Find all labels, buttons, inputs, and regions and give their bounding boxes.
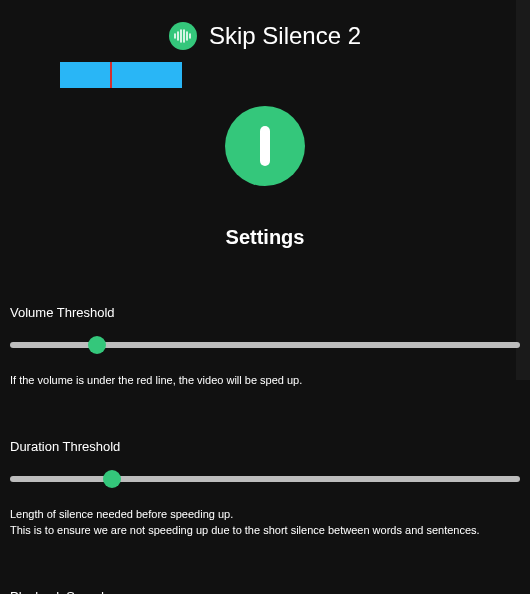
toggle-button[interactable] bbox=[225, 106, 305, 186]
volume-threshold-label: Volume Threshold bbox=[10, 305, 520, 320]
slider-thumb[interactable] bbox=[103, 470, 121, 488]
volume-threshold-slider[interactable] bbox=[10, 336, 520, 354]
settings-heading: Settings bbox=[0, 226, 530, 249]
helper-line-2: This is to ensure we are not speeding up… bbox=[10, 524, 480, 536]
volume-threshold-section: Volume Threshold If the volume is under … bbox=[0, 305, 530, 389]
vu-meter-bar bbox=[60, 62, 182, 88]
pause-bar-icon bbox=[260, 126, 270, 166]
slider-track bbox=[10, 476, 520, 482]
slider-track bbox=[10, 342, 520, 348]
playback-speed-section: Playback Speed bbox=[0, 589, 530, 595]
scrollbar-track[interactable] bbox=[516, 0, 530, 380]
slider-thumb[interactable] bbox=[88, 336, 106, 354]
helper-line-1: Length of silence needed before speeding… bbox=[10, 508, 233, 520]
vu-meter bbox=[60, 62, 182, 88]
duration-threshold-label: Duration Threshold bbox=[10, 439, 520, 454]
app-title: Skip Silence 2 bbox=[209, 22, 361, 50]
header: Skip Silence 2 bbox=[0, 0, 530, 58]
volume-threshold-helper: If the volume is under the red line, the… bbox=[10, 372, 520, 389]
playback-speed-label: Playback Speed bbox=[10, 589, 520, 595]
duration-threshold-slider[interactable] bbox=[10, 470, 520, 488]
duration-threshold-section: Duration Threshold Length of silence nee… bbox=[0, 439, 530, 539]
duration-threshold-helper: Length of silence needed before speeding… bbox=[10, 506, 520, 539]
waveform-icon bbox=[169, 22, 197, 50]
vu-meter-threshold-line bbox=[110, 62, 112, 88]
